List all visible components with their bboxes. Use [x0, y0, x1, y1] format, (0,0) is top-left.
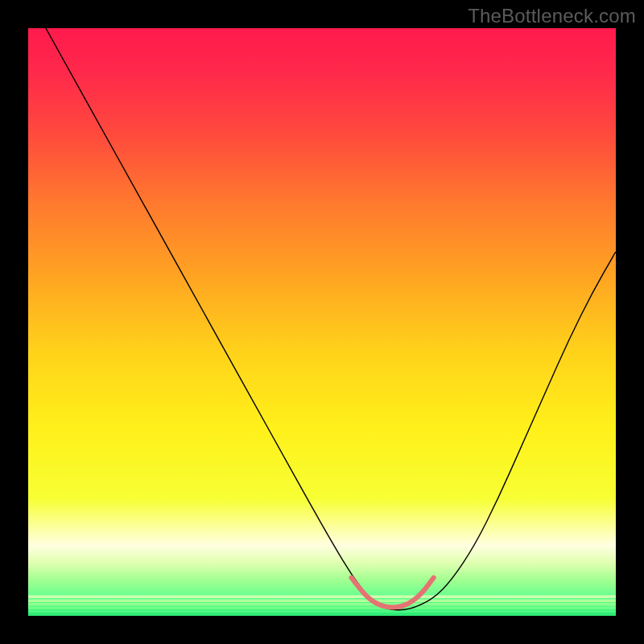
svg-rect-3 [28, 606, 616, 609]
svg-rect-2 [28, 603, 616, 606]
gradient-background [28, 28, 616, 616]
plot-area [28, 28, 616, 616]
svg-rect-4 [28, 610, 616, 613]
bottleneck-chart [28, 28, 616, 616]
svg-rect-5 [28, 613, 616, 616]
svg-rect-1 [28, 600, 616, 603]
chart-frame: TheBottleneck.com [0, 0, 644, 644]
svg-rect-0 [28, 595, 616, 598]
watermark-text: TheBottleneck.com [468, 5, 636, 27]
